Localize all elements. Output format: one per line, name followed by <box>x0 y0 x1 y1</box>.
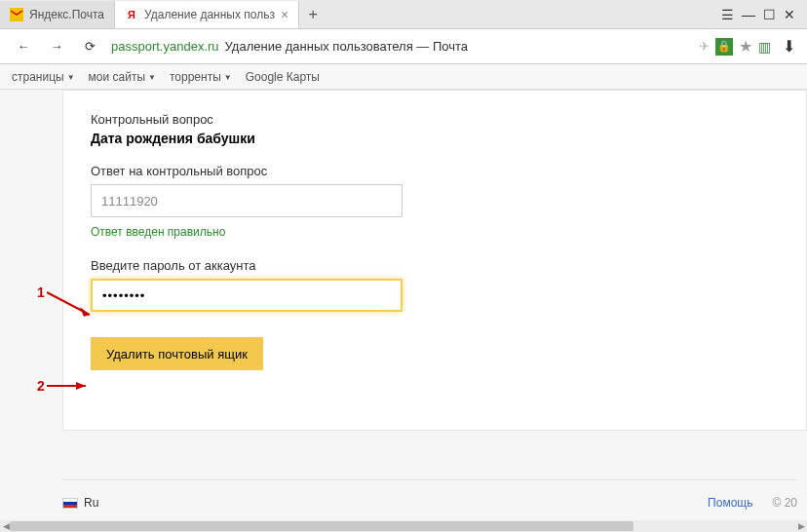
yandex-mail-icon <box>10 8 23 21</box>
address-bar[interactable]: passport.yandex.ru Удаление данных польз… <box>111 39 689 54</box>
send-icon[interactable]: ✈ <box>699 39 710 54</box>
lock-icon[interactable]: 🔒 <box>715 38 733 56</box>
bookmark-torrents[interactable]: торренты▼ <box>170 70 232 84</box>
delete-mailbox-panel: Контрольный вопрос Дата рождения бабушки… <box>62 90 807 431</box>
answer-label: Ответ на контрольный вопрос <box>91 164 779 178</box>
tab-label: Удаление данных польз <box>144 8 275 21</box>
ru-flag-icon <box>62 498 78 509</box>
horizontal-scrollbar[interactable]: ◀ ▶ <box>0 520 807 532</box>
svg-text:Я: Я <box>128 9 135 20</box>
security-question-text: Дата рождения бабушки <box>91 131 779 146</box>
close-tab-icon[interactable]: × <box>281 7 288 22</box>
address-actions: ✈ 🔒 ★ ▥ ⬇ <box>699 37 795 56</box>
back-button[interactable]: ← <box>12 35 35 58</box>
download-icon[interactable]: ⬇ <box>783 37 795 56</box>
bookmark-star-icon[interactable]: ★ <box>739 37 752 56</box>
maximize-button[interactable]: ☐ <box>763 7 776 22</box>
shield-icon[interactable]: ▥ <box>758 39 771 55</box>
page-content: Контрольный вопрос Дата рождения бабушки… <box>0 90 807 520</box>
minimize-button[interactable]: — <box>742 7 755 22</box>
page-footer: Ru Помощь © 20 <box>62 479 797 510</box>
tab-label: Яндекс.Почта <box>29 8 104 21</box>
annotation-1: 1 <box>37 285 45 300</box>
password-input[interactable] <box>91 279 403 312</box>
bookmark-pages[interactable]: страницы▼ <box>12 70 75 84</box>
bookmarks-bar: страницы▼ мои сайты▼ торренты▼ Google Ка… <box>0 64 807 90</box>
scroll-right-icon[interactable]: ▶ <box>795 520 807 532</box>
menu-icon[interactable]: ☰ <box>721 7 734 22</box>
reload-button[interactable]: ⟳ <box>78 35 101 58</box>
bookmark-mysites[interactable]: мои сайты▼ <box>89 70 156 84</box>
password-label: Введите пароль от аккаунта <box>91 258 779 273</box>
yandex-icon: Я <box>125 8 138 21</box>
bookmark-gmaps[interactable]: Google Карты <box>246 70 320 84</box>
language-label[interactable]: Ru <box>84 496 98 510</box>
forward-button[interactable]: → <box>45 35 68 58</box>
window-controls: ☰ — ☐ ✕ <box>721 7 807 22</box>
scrollbar-thumb[interactable] <box>10 521 634 531</box>
security-question-label: Контрольный вопрос <box>91 112 779 127</box>
tab-delete-data[interactable]: Я Удаление данных польз × <box>115 1 299 28</box>
delete-mailbox-button[interactable]: Удалить почтовый ящик <box>91 337 263 370</box>
new-tab-button[interactable]: + <box>299 1 327 28</box>
help-link[interactable]: Помощь <box>708 496 752 510</box>
copyright: © 20 <box>772 496 797 510</box>
close-window-button[interactable]: ✕ <box>784 7 795 22</box>
annotation-2: 2 <box>37 378 45 394</box>
url-domain: passport.yandex.ru <box>111 39 219 54</box>
page-title: Удаление данных пользователя — Почта <box>225 39 468 54</box>
answer-success-message: Ответ введен правильно <box>91 225 779 239</box>
tab-strip: Яндекс.Почта Я Удаление данных польз × +… <box>0 0 807 29</box>
answer-input[interactable] <box>91 184 403 217</box>
nav-bar: ← → ⟳ passport.yandex.ru Удаление данных… <box>0 29 807 64</box>
tab-yandex-mail[interactable]: Яндекс.Почта <box>0 1 115 28</box>
